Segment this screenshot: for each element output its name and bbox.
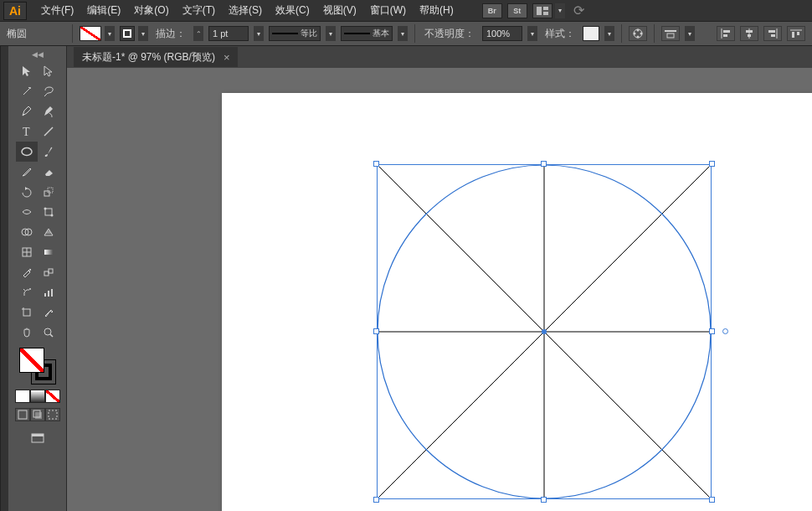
fill-swatch[interactable]	[80, 26, 101, 41]
selection-center	[542, 329, 547, 334]
menu-type[interactable]: 文字(T)	[177, 1, 221, 20]
svg-rect-43	[23, 309, 30, 316]
recolor-button[interactable]	[629, 26, 647, 41]
ellipse-tool[interactable]	[16, 142, 38, 162]
handle-w[interactable]	[373, 328, 379, 334]
stock-icon[interactable]: St	[507, 3, 527, 18]
handle-nw[interactable]	[373, 161, 379, 167]
mesh-tool[interactable]	[16, 242, 38, 262]
type-tool[interactable]: T	[16, 121, 38, 142]
perspective-tool[interactable]	[38, 222, 59, 242]
arrange-dropdown[interactable]: ▾	[555, 3, 565, 18]
menu-effect[interactable]: 效果(C)	[270, 1, 316, 20]
paintbrush-tool[interactable]	[38, 142, 59, 162]
pencil-tool[interactable]	[16, 162, 38, 182]
menu-window[interactable]: 窗口(W)	[364, 1, 412, 20]
profile-selector[interactable]: 等比	[269, 26, 321, 41]
align-top-button[interactable]	[787, 26, 805, 41]
magic-wand-tool[interactable]	[16, 81, 38, 101]
handle-sw[interactable]	[373, 497, 379, 503]
align-dropdown[interactable]: ▾	[685, 26, 695, 41]
color-mode-solid[interactable]	[15, 390, 30, 403]
align-button[interactable]	[661, 26, 680, 41]
svg-point-5	[640, 33, 643, 35]
lasso-tool[interactable]	[38, 81, 59, 101]
svg-rect-12	[723, 34, 727, 37]
align-center-button[interactable]	[740, 26, 758, 41]
handle-n[interactable]	[541, 161, 547, 167]
menu-edit[interactable]: 编辑(E)	[81, 1, 126, 20]
scale-tool[interactable]	[38, 182, 59, 202]
handle-e[interactable]	[709, 328, 715, 334]
svg-point-6	[637, 36, 640, 39]
handle-ne[interactable]	[709, 161, 715, 167]
bridge-icon[interactable]: Br	[482, 3, 502, 18]
direct-selection-tool[interactable]	[38, 61, 59, 81]
svg-rect-8	[665, 30, 676, 32]
slice-tool[interactable]	[38, 302, 59, 323]
stroke-swatch[interactable]	[120, 26, 135, 41]
stroke-panel-arrow[interactable]: ⌃	[193, 26, 203, 41]
stroke-width-dropdown[interactable]: ▾	[254, 26, 264, 41]
profile-dropdown[interactable]: ▾	[326, 26, 336, 41]
svg-rect-52	[32, 434, 44, 442]
svg-rect-9	[667, 34, 674, 38]
stroke-width-input[interactable]	[208, 26, 249, 41]
stroke-dropdown[interactable]: ▾	[138, 26, 148, 41]
pen-tool[interactable]	[16, 101, 38, 121]
selected-artwork[interactable]	[377, 164, 712, 499]
toolbar-expand-icon[interactable]: ◀◀	[8, 49, 66, 59]
menu-select[interactable]: 选择(S)	[223, 1, 268, 20]
hand-tool[interactable]	[16, 323, 38, 343]
svg-point-22	[29, 87, 31, 89]
shape-builder-tool[interactable]	[16, 222, 38, 242]
handle-s[interactable]	[541, 497, 547, 503]
free-transform-tool[interactable]	[38, 202, 59, 222]
screen-mode-button[interactable]	[27, 428, 49, 448]
canvas-viewport[interactable]	[67, 68, 812, 511]
symbol-sprayer-tool[interactable]	[16, 282, 38, 302]
brush-selector[interactable]: 基本	[341, 26, 393, 41]
app-logo: Ai	[3, 2, 27, 20]
draw-normal[interactable]	[15, 408, 30, 421]
style-dropdown[interactable]: ▾	[604, 26, 614, 41]
eyedropper-tool[interactable]	[16, 262, 38, 282]
style-swatch[interactable]	[583, 26, 599, 41]
fill-color-box[interactable]	[19, 348, 44, 373]
fill-stroke-control[interactable]	[19, 348, 56, 385]
live-shape-widget[interactable]	[722, 328, 728, 334]
brush-dropdown[interactable]: ▾	[398, 26, 408, 41]
line-tool[interactable]	[38, 121, 59, 142]
zoom-tool[interactable]	[38, 323, 59, 343]
svg-rect-1	[543, 7, 548, 10]
handle-se[interactable]	[709, 497, 715, 503]
width-tool[interactable]	[16, 202, 38, 222]
artboard-tool[interactable]	[16, 302, 38, 323]
curvature-tool[interactable]	[38, 101, 59, 121]
rotate-tool[interactable]	[16, 182, 38, 202]
align-left-button[interactable]	[717, 26, 735, 41]
draw-inside[interactable]	[45, 408, 60, 421]
fill-dropdown[interactable]: ▾	[105, 26, 115, 41]
arrange-icon[interactable]	[532, 3, 552, 18]
menu-file[interactable]: 文件(F)	[35, 1, 80, 20]
draw-behind[interactable]	[30, 408, 45, 421]
document-tab-title: 未标题-1* @ 97% (RGB/预览)	[82, 50, 215, 65]
color-mode-gradient[interactable]	[30, 390, 45, 403]
color-mode-none[interactable]	[45, 390, 60, 403]
sync-icon[interactable]: ⟳	[573, 3, 584, 18]
menu-view[interactable]: 视图(V)	[317, 1, 362, 20]
graph-tool[interactable]	[38, 282, 59, 302]
document-tab[interactable]: 未标题-1* @ 97% (RGB/预览) ×	[74, 47, 238, 67]
blend-tool[interactable]	[38, 262, 59, 282]
close-icon[interactable]: ×	[224, 51, 230, 64]
gradient-tool[interactable]	[38, 242, 59, 262]
eraser-tool[interactable]	[38, 162, 59, 182]
selection-tool[interactable]	[16, 61, 38, 81]
align-right-button[interactable]	[763, 26, 782, 41]
menu-help[interactable]: 帮助(H)	[414, 1, 460, 20]
menu-object[interactable]: 对象(O)	[128, 1, 174, 20]
opacity-dropdown[interactable]: ▾	[527, 26, 537, 41]
svg-point-29	[44, 208, 46, 210]
opacity-input[interactable]	[482, 26, 522, 41]
